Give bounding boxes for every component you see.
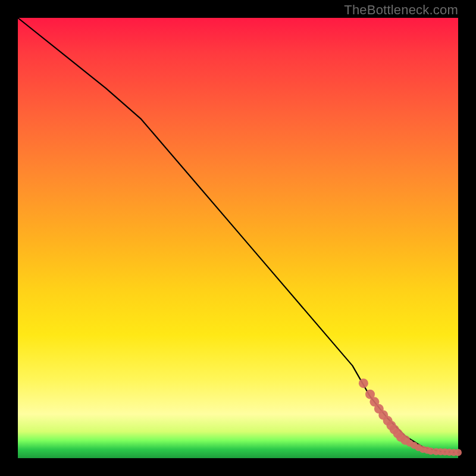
chart-frame: TheBottleneck.com [0,0,476,476]
scatter-points [359,378,462,456]
scatter-point [359,378,368,388]
curve-line [18,18,458,452]
chart-svg [18,18,458,458]
watermark-text: TheBottleneck.com [344,2,458,18]
scatter-point [455,449,462,456]
